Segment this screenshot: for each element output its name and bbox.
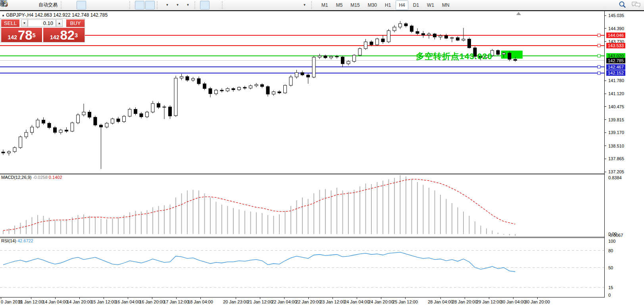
- time-axis[interactable]: 0 Jan 201911 Jan 12:0014 Jan 04:0014 Jan…: [0, 297, 644, 307]
- timeframe-button-mn[interactable]: MN: [439, 0, 453, 10]
- candlestick-chart[interactable]: [0, 11, 604, 174]
- horizontal-line-icon[interactable]: [238, 1, 247, 10]
- timeframe-switcher: M1M5M15M30H1H4D1W1MN: [318, 0, 453, 10]
- auto-scroll-icon[interactable]: [135, 1, 144, 10]
- candle-body: [134, 109, 137, 114]
- candle-body: [295, 73, 298, 77]
- highlight-box[interactable]: [501, 51, 523, 59]
- macd-name: MACD(12,26,9): [1, 175, 31, 180]
- time-tick-mark: [31, 297, 31, 299]
- toolbar-separator: [61, 1, 64, 9]
- indicators-dropdown-caret[interactable]: ▼: [166, 3, 169, 7]
- level-end-marker[interactable]: [598, 34, 600, 37]
- zoom-in-icon[interactable]: [97, 1, 107, 10]
- time-tick-mark: [260, 297, 260, 299]
- chart-shift-marker[interactable]: [516, 12, 521, 15]
- templates-dropdown-caret[interactable]: ▼: [186, 3, 190, 7]
- candle-body: [77, 115, 80, 123]
- toolbar-separator: [129, 1, 133, 9]
- time-tick-mark: [176, 297, 177, 299]
- text-label-icon[interactable]: T: [289, 1, 299, 10]
- profile-icon[interactable]: [17, 1, 26, 10]
- candle-body: [111, 119, 114, 123]
- timeframe-button-d1[interactable]: D1: [410, 0, 422, 10]
- timeframe-button-h1[interactable]: H1: [382, 0, 394, 10]
- buy-price-display[interactable]: 142823: [43, 28, 85, 42]
- candle-body: [220, 90, 223, 91]
- candle-body: [105, 123, 108, 127]
- price-axis[interactable]: 145.035144.390143.730141.780141.120140.4…: [604, 11, 644, 297]
- candle-body: [128, 109, 131, 117]
- crosshair-icon[interactable]: [210, 1, 220, 10]
- time-tick-label: 22 Jan 20:00: [296, 299, 321, 304]
- time-tick-mark: [128, 297, 128, 299]
- candle-body: [514, 59, 517, 61]
- tile-windows-icon[interactable]: [118, 1, 127, 10]
- bar-chart-icon[interactable]: [66, 1, 76, 10]
- price-level-badge: 142.152: [606, 70, 625, 76]
- cursor-icon[interactable]: [200, 1, 210, 10]
- periods-icon[interactable]: ▼: [173, 1, 182, 10]
- volume-input[interactable]: 0.10: [28, 19, 56, 27]
- time-tick-label: 24 Jan 04:00: [344, 299, 369, 304]
- price-tick-mark: [605, 81, 606, 81]
- fibonacci-icon[interactable]: F: [269, 1, 278, 10]
- time-tick-mark: [440, 297, 441, 299]
- toolbar-separator: [311, 1, 315, 9]
- buy-button[interactable]: BUY: [66, 19, 85, 27]
- arrows-dropdown-caret[interactable]: ▼: [303, 3, 306, 7]
- timeframe-button-m15[interactable]: M15: [347, 0, 363, 10]
- timeframe-button-m1[interactable]: M1: [318, 0, 331, 10]
- equidistant-channel-icon[interactable]: E: [258, 1, 268, 10]
- vertical-line-icon[interactable]: [227, 1, 237, 10]
- rsi-chart: [0, 238, 604, 297]
- arrows-icon[interactable]: ▼: [300, 1, 309, 10]
- candle-body: [82, 112, 85, 115]
- price-tick-label: 140.475: [608, 104, 624, 109]
- price-tick-label: 144.390: [608, 26, 624, 31]
- candle-body: [151, 104, 154, 112]
- timeframe-button-w1[interactable]: W1: [424, 0, 437, 10]
- templates-icon[interactable]: ▼: [183, 1, 192, 10]
- search-icon[interactable]: [619, 1, 626, 8]
- sell-button[interactable]: SELL: [1, 19, 19, 27]
- level-end-marker[interactable]: [598, 44, 600, 47]
- level-end-marker[interactable]: [598, 54, 600, 57]
- candle-body: [445, 36, 448, 38]
- line-chart-icon[interactable]: [87, 1, 96, 10]
- macd-value-signal: 0.1402: [49, 175, 62, 180]
- text-icon[interactable]: A: [279, 1, 288, 10]
- price-tick-label: 141.120: [608, 91, 624, 96]
- periods-dropdown-caret[interactable]: ▼: [176, 3, 179, 7]
- candle-body: [232, 88, 235, 90]
- timeframe-button-h4[interactable]: H4: [396, 0, 408, 10]
- candle-body: [358, 49, 361, 56]
- volume-decrease-button[interactable]: ▼: [21, 19, 28, 27]
- signal-icon[interactable]: [27, 1, 37, 10]
- candle-body: [197, 79, 200, 84]
- candle-body: [370, 42, 373, 45]
- candle-body: [468, 39, 471, 48]
- level-end-marker[interactable]: [598, 72, 600, 75]
- indicators-icon[interactable]: ▼: [162, 1, 172, 10]
- candle-body: [42, 120, 45, 123]
- timeframe-button-m30[interactable]: M30: [365, 0, 380, 10]
- level-end-marker[interactable]: [598, 65, 600, 68]
- chart-shift-icon[interactable]: [145, 1, 155, 10]
- candle-body: [36, 120, 39, 127]
- zoom-out-icon[interactable]: [108, 1, 117, 10]
- collapse-panel-icon[interactable]: ▲: [2, 13, 5, 17]
- candle-body: [71, 123, 74, 131]
- timeframe-button-m5[interactable]: M5: [333, 0, 346, 10]
- time-tick-mark: [465, 297, 465, 299]
- candle-body: [88, 112, 91, 117]
- sell-price-display[interactable]: 142785: [1, 28, 42, 42]
- trendline-icon[interactable]: [248, 1, 258, 10]
- candlestick-chart-icon[interactable]: [77, 1, 86, 10]
- candle-body: [94, 117, 97, 125]
- candle-body: [508, 53, 511, 59]
- auto-trading-button[interactable]: 自动交易: [37, 1, 59, 10]
- candle-body: [381, 39, 384, 42]
- chat-icon[interactable]: [631, 1, 641, 8]
- volume-increase-button[interactable]: ▲: [56, 19, 63, 27]
